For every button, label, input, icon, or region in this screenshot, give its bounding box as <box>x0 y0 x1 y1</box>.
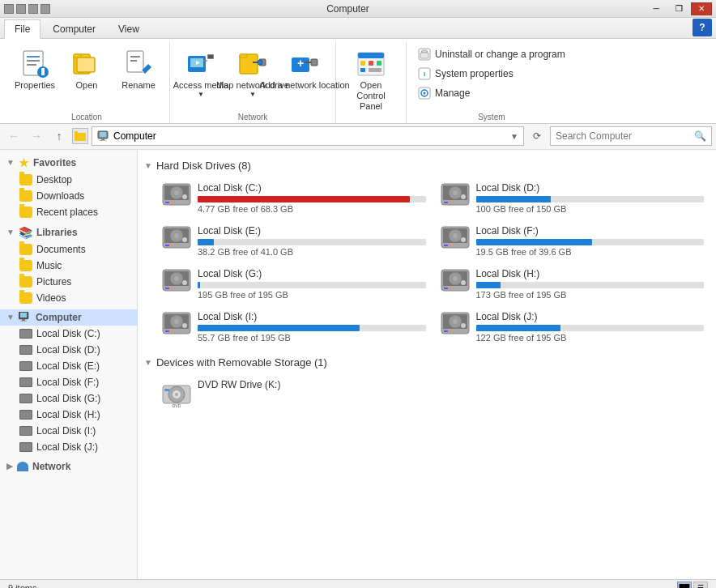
minimize-button[interactable]: ─ <box>646 2 667 15</box>
sidebar-network-header[interactable]: ▶ Network <box>0 458 137 475</box>
sidebar-item-downloads[interactable]: Downloads <box>0 188 137 204</box>
disk-info-6: Local Disk (I:) 55.7 GB free of 195 GB <box>198 311 426 343</box>
sidebar-item-recent[interactable]: Recent places <box>0 204 137 220</box>
control-panel-button[interactable]: Open Control Panel <box>343 45 399 117</box>
sidebar-libraries-header[interactable]: ▼ 📚 Libraries <box>0 224 137 241</box>
svg-rect-34 <box>369 68 381 72</box>
computer-collapse-arrow: ▼ <box>6 313 15 322</box>
sidebar-documents-label: Documents <box>36 244 86 255</box>
disk-name-2: Local Disk (E:) <box>198 225 426 236</box>
disk-bar-bg-0 <box>198 196 426 202</box>
svg-rect-46 <box>75 131 78 134</box>
hdd-svg-icon <box>162 225 191 251</box>
status-bar: 9 items ██ ☰ <box>0 579 716 588</box>
svg-rect-83 <box>444 245 448 246</box>
sidebar-disk-i[interactable]: Local Disk (I:) <box>0 423 137 439</box>
sidebar-item-documents[interactable]: Documents <box>0 241 137 258</box>
refresh-button[interactable]: ⟳ <box>527 126 547 146</box>
details-view-button[interactable]: ☰ <box>693 582 708 588</box>
disk-info-7: Local Disk (J:) 122 GB free of 195 GB <box>476 311 705 343</box>
system-props-button[interactable]: i System properties <box>413 65 570 83</box>
window-controls[interactable]: ─ ❒ ✕ <box>646 2 712 15</box>
sidebar-network-label: Network <box>32 461 70 472</box>
close-button[interactable]: ✕ <box>691 2 712 15</box>
svg-rect-38 <box>420 53 428 58</box>
address-bar[interactable]: Computer ▼ <box>92 126 524 146</box>
restore-button[interactable]: ❒ <box>668 2 689 15</box>
dvd-drive-info: DVD RW Drive (K:) <box>198 379 704 393</box>
disk-name-6: Local Disk (I:) <box>198 311 426 322</box>
svg-rect-20 <box>240 54 247 58</box>
ribbon-group-local: Properties Open Rename <box>4 42 170 123</box>
sidebar-item-music[interactable]: Music <box>0 258 137 274</box>
disk-item-2[interactable]: Local Disk (E:) 38.2 GB free of 41.0 GB <box>156 221 432 261</box>
disk-item-3[interactable]: Local Disk (F:) 19.5 GB free of 39.6 GB <box>435 221 710 261</box>
svg-rect-123 <box>164 389 169 391</box>
forward-button[interactable]: → <box>27 126 46 146</box>
search-input[interactable] <box>556 130 694 142</box>
manage-button[interactable]: Manage <box>413 84 570 102</box>
hdd-icon-j <box>19 442 32 452</box>
svg-text:+: + <box>297 57 304 70</box>
hdd-icon-f <box>19 377 32 387</box>
svg-point-98 <box>461 280 466 285</box>
tab-view[interactable]: View <box>108 19 150 38</box>
ribbon-group-network: Access media ▼ Map network drive ▼ + <box>170 42 336 123</box>
help-button[interactable]: ? <box>693 19 712 36</box>
disk-name-1: Local Disk (D:) <box>476 182 705 194</box>
svg-rect-3 <box>27 64 36 66</box>
access-media-button[interactable]: Access media ▼ <box>177 45 225 103</box>
disk-item-1[interactable]: Local Disk (D:) 100 GB free of 150 GB <box>435 178 710 218</box>
search-box[interactable]: 🔍 <box>550 126 712 146</box>
ribbon-group-control: Open Control Panel <box>336 42 407 123</box>
documents-folder-icon <box>19 244 32 255</box>
sidebar-disk-e[interactable]: Local Disk (E:) <box>0 358 137 374</box>
network-icon <box>17 462 28 471</box>
sidebar-disk-h-label: Local Disk (H:) <box>36 409 100 420</box>
disk-free-5: 173 GB free of 195 GB <box>476 290 705 300</box>
sidebar-disk-d[interactable]: Local Disk (D:) <box>0 342 137 358</box>
sidebar-item-videos[interactable]: Videos <box>0 290 137 306</box>
add-location-button[interactable]: + Add a network location <box>280 45 329 95</box>
sidebar-disk-c[interactable]: Local Disk (C:) <box>0 326 137 342</box>
uninstall-button[interactable]: Uninstall or change a program <box>413 45 570 63</box>
hdd-svg-icon <box>441 182 470 208</box>
disk-item-0[interactable]: Local Disk (C:) 4.77 GB free of 68.3 GB <box>156 178 432 218</box>
sidebar-favorites-header[interactable]: ▼ ★ Favorites <box>0 154 137 172</box>
svg-rect-53 <box>22 319 25 321</box>
sidebar-item-desktop[interactable]: Desktop <box>0 172 137 188</box>
sidebar-disk-g[interactable]: Local Disk (G:) <box>0 390 137 407</box>
sidebar-item-pictures[interactable]: Pictures <box>0 274 137 290</box>
disk-info-4: Local Disk (G:) 195 GB free of 195 GB <box>198 268 426 300</box>
svg-rect-100 <box>449 288 451 289</box>
open-button[interactable]: Open <box>62 45 111 95</box>
sidebar-disk-h[interactable]: Local Disk (H:) <box>0 407 137 423</box>
map-network-button[interactable]: Map network drive ▼ <box>228 45 277 103</box>
hdd-icon-h <box>19 410 32 420</box>
titlebar: Computer ─ ❒ ✕ <box>0 0 716 18</box>
disk-item-4[interactable]: Local Disk (G:) 195 GB free of 195 GB <box>156 264 432 304</box>
sidebar-disk-f[interactable]: Local Disk (F:) <box>0 374 137 390</box>
disk-item-7[interactable]: Local Disk (J:) 122 GB free of 195 GB <box>435 307 710 347</box>
sidebar-computer-label: Computer <box>36 312 82 323</box>
tab-computer[interactable]: Computer <box>42 19 106 38</box>
svg-point-43 <box>424 92 426 95</box>
sidebar-computer-header[interactable]: ▼ Computer <box>0 309 137 326</box>
large-icons-view-button[interactable]: ██ <box>677 582 692 588</box>
favorites-star-icon: ★ <box>19 156 29 169</box>
disk-item-5[interactable]: Local Disk (H:) 173 GB free of 195 GB <box>435 264 710 304</box>
rename-button[interactable]: Rename <box>114 45 163 95</box>
hdd-icon-d <box>19 345 32 355</box>
favorites-collapse-arrow: ▼ <box>6 158 15 167</box>
disk-item-6[interactable]: Local Disk (I:) 55.7 GB free of 195 GB <box>156 307 432 347</box>
tab-file[interactable]: File <box>4 19 40 39</box>
properties-button[interactable]: Properties <box>11 45 59 95</box>
up-button[interactable]: ↑ <box>49 126 69 146</box>
dvd-drive-item[interactable]: DVD DVD RW Drive (K:) <box>156 375 710 412</box>
svg-rect-52 <box>20 313 27 317</box>
sidebar-disk-j[interactable]: Local Disk (J:) <box>0 439 137 455</box>
back-button[interactable]: ← <box>4 126 23 146</box>
svg-point-58 <box>182 194 187 199</box>
access-media-icon <box>186 49 215 79</box>
svg-rect-26 <box>311 59 318 66</box>
